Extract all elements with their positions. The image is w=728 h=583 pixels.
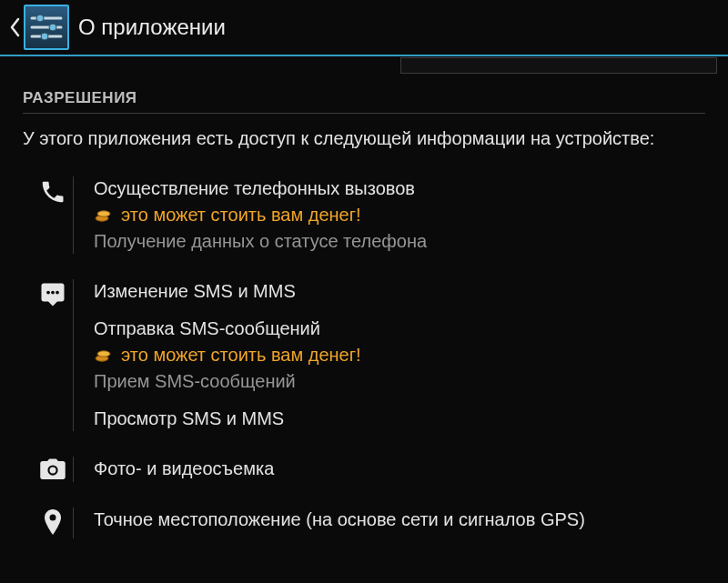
cost-warning: это может стоить вам денег! xyxy=(94,203,705,227)
coins-icon xyxy=(94,207,112,224)
sms-icon xyxy=(32,279,73,431)
svg-point-8 xyxy=(46,291,50,295)
permission-line: Прием SMS-сообщений xyxy=(94,369,705,394)
svg-point-9 xyxy=(51,291,55,295)
svg-point-3 xyxy=(36,15,44,22)
back-button[interactable] xyxy=(5,17,22,37)
permission-location: Точное местоположение (на основе сети и … xyxy=(23,508,705,538)
svg-point-10 xyxy=(56,291,59,295)
permission-line: Отправка SMS-сообщений xyxy=(94,317,705,341)
permission-line: Фото- и видеосъемка xyxy=(94,457,705,481)
permission-sms: Изменение SMS и MMS Отправка SMS-сообщен… xyxy=(23,279,705,431)
phone-icon xyxy=(32,176,73,254)
permission-line: Получение данных о статусе телефона xyxy=(94,229,705,254)
svg-point-5 xyxy=(41,33,48,40)
permission-line: Изменение SMS и MMS xyxy=(94,279,705,304)
permission-phone: Осуществление телефонных вызовов это мож… xyxy=(23,176,705,254)
cost-warning: это может стоить вам денег! xyxy=(94,343,705,367)
svg-point-7 xyxy=(97,210,110,216)
permission-line: Точное местоположение (на основе сети и … xyxy=(94,508,705,532)
cost-warning-text: это может стоить вам денег! xyxy=(121,203,361,227)
svg-point-14 xyxy=(49,467,56,474)
content: РАЗРЕШЕНИЯ У этого приложения есть досту… xyxy=(0,89,728,538)
cost-warning-text: это может стоить вам денег! xyxy=(121,343,361,367)
permission-line: Просмотр SMS и MMS xyxy=(94,407,705,431)
section-heading-permissions: РАЗРЕШЕНИЯ xyxy=(23,89,705,114)
app-header: О приложении xyxy=(0,0,728,56)
permissions-intro: У этого приложения есть доступ к следующ… xyxy=(23,126,705,151)
svg-point-15 xyxy=(49,515,56,521)
coins-icon xyxy=(94,347,112,364)
permission-camera: Фото- и видеосъемка xyxy=(23,457,705,482)
page-title: О приложении xyxy=(78,15,226,40)
ghost-row xyxy=(400,57,717,74)
svg-point-12 xyxy=(97,350,110,356)
permission-line: Осуществление телефонных вызовов xyxy=(94,176,705,201)
settings-icon xyxy=(24,5,69,50)
svg-point-4 xyxy=(49,24,56,31)
camera-icon xyxy=(32,457,73,482)
location-icon xyxy=(32,508,73,538)
